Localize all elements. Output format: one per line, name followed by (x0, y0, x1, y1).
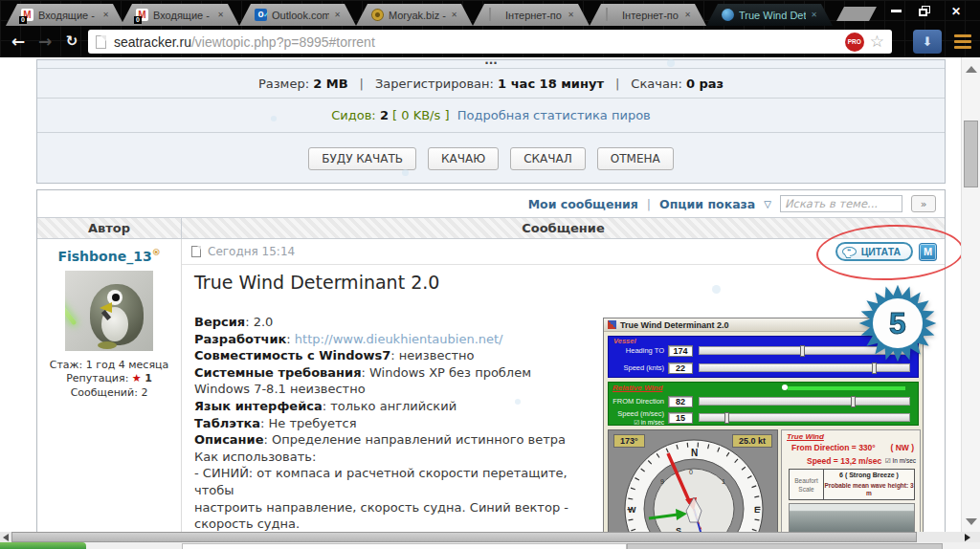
from-direction-slider (699, 397, 910, 406)
will-download-button[interactable]: БУДУ КАЧАТЬ (308, 147, 416, 170)
body-line: Совместимость с Windows7: неизвестно (194, 347, 606, 364)
compass-panel: 173° 25.0 kt N E W S 0 1 3 9 (608, 429, 778, 534)
horizontal-scrollbar[interactable] (0, 532, 980, 542)
scroll-left-arrow[interactable] (3, 534, 9, 541)
new-tab-button[interactable] (836, 7, 877, 21)
clipped-text-row: ... (37, 60, 945, 68)
address-bar[interactable]: seatracker.ru/viewtopic.php?p=8995#torre… (88, 30, 892, 54)
search-go-button[interactable]: » (911, 195, 936, 212)
tab-label: Outlook.com (272, 10, 329, 21)
tab-close-icon[interactable]: ✕ (451, 11, 457, 19)
horizontal-scroll-thumb[interactable] (11, 532, 917, 542)
rating-star-badge: 5 (858, 278, 938, 368)
gmail-icon: M0 (136, 9, 148, 21)
svg-text:E: E (754, 505, 760, 515)
unread-badge: 0 (19, 16, 27, 24)
my-messages-link[interactable]: Мои сообщения (528, 197, 638, 211)
tab-gmail-2[interactable]: M0 Входящие - ✕ (121, 4, 239, 26)
scroll-right-arrow[interactable] (965, 534, 970, 541)
tab-close-icon[interactable]: ✕ (811, 11, 817, 19)
tab-internet-2[interactable]: Інтернет-по ✕ (590, 4, 706, 26)
bookmark-star-icon[interactable]: ☆ (870, 32, 884, 52)
wave-height-text: Probable mean wave height: 3 m (824, 478, 914, 497)
start-button[interactable] (0, 542, 86, 549)
minimize-icon (891, 10, 902, 12)
unread-badge: 0 (134, 16, 142, 24)
browser-menu-button[interactable] (949, 30, 976, 54)
post-date: Сегодня 15:14 (208, 245, 295, 258)
relative-wind-panel: Relative Wind FROM Direction 82 Speed (m… (608, 382, 919, 426)
avatar (65, 271, 153, 351)
tab-close-icon[interactable]: ✕ (217, 11, 224, 19)
heading-value: 174 (668, 345, 693, 357)
tab-moryak[interactable]: Moryak.biz - ✕ (356, 4, 473, 26)
svg-text:N: N (691, 448, 698, 458)
body-line: Системные требования: Windows XP без про… (194, 364, 606, 382)
stat-line: Сообщений: 2 (37, 386, 181, 401)
peer-stats-link[interactable]: Подробная статистика пиров (457, 108, 651, 122)
tab-close-icon[interactable]: ✕ (568, 11, 574, 19)
chevron-down-icon[interactable]: ▽ (764, 199, 771, 209)
downloaded-label: Скачан: (631, 77, 681, 91)
tab-gmail-1[interactable]: M0 Входящие - ✕ (6, 4, 124, 26)
downloading-button[interactable]: КАЧАЮ (428, 147, 499, 170)
tab-close-icon[interactable]: ✕ (102, 11, 109, 19)
relative-wind-title: Relative Wind (612, 384, 662, 392)
speed-badge: 25.0 kt (732, 434, 772, 448)
beaufort-scale-label: Beaufort Scale (790, 470, 824, 499)
download-extension-button[interactable]: ⬇ (913, 30, 942, 54)
tab-label: True Wind Det (739, 10, 806, 21)
developer-link[interactable]: http://www.dieukhientaubien.net/ (295, 332, 503, 346)
display-options-link[interactable]: Опции показа (659, 197, 755, 211)
post-title: True Wind Determinant 2.0 (194, 272, 439, 293)
forward-button[interactable]: → (33, 29, 57, 54)
tab-label: Інтернет-по (505, 10, 562, 21)
speed-value: 22 (668, 362, 693, 374)
taskbar-item[interactable] (627, 543, 943, 549)
tab-true-wind-active[interactable]: True Wind Det ✕ (706, 4, 833, 26)
tab-outlook[interactable]: o Outlook.com ✕ (239, 4, 356, 26)
tab-internet-1[interactable]: Інтернет-по ✕ (473, 4, 590, 26)
post-icon (191, 246, 201, 257)
sea-photo (789, 503, 915, 534)
restore-button[interactable] (911, 3, 938, 19)
minimize-button[interactable] (882, 3, 909, 19)
cancel-button[interactable]: ОТМЕНА (597, 147, 674, 170)
body-line: Версия: 2.0 (194, 314, 606, 331)
topic-controls: Мои сообщения | Опции показа ▽ » (37, 190, 945, 217)
body-line: Windows 7-8.1 неизвестно (194, 381, 606, 398)
taskbar-item[interactable] (182, 543, 627, 549)
author-username[interactable]: Fishbone_13® (37, 248, 181, 264)
vertical-scroll-thumb[interactable] (964, 121, 978, 187)
tab-label: Інтернет-по (622, 10, 679, 21)
downloaded-button[interactable]: СКАЧАЛ (510, 147, 586, 170)
close-window-button[interactable]: ✕ (940, 3, 972, 19)
seeds-row: Сидов: 2 [ 0 KB/s ] Подробная статистика… (37, 98, 945, 132)
rating-value: 5 (889, 306, 906, 340)
scroll-down-arrow[interactable] (966, 518, 977, 525)
tab-close-icon[interactable]: ✕ (334, 11, 341, 19)
ship-wheel-icon (371, 9, 384, 21)
refresh-button[interactable]: ↻ (59, 29, 84, 54)
seeds-speed: [ 0 KB/s ] (392, 108, 449, 122)
scroll-up-arrow[interactable] (966, 66, 977, 73)
table-header: Автор Сообщение (37, 217, 945, 239)
back-button[interactable]: ← (6, 29, 31, 54)
wind-speed-value: 15 (668, 412, 693, 424)
body-line: Разработчик: http://www.dieukhientaubien… (194, 331, 606, 348)
page-security-icon (96, 35, 106, 49)
body-line: Описание: Определение направлений истинн… (194, 431, 606, 449)
tab-close-icon[interactable]: ✕ (684, 11, 691, 19)
body-line: Как использовать: (194, 449, 606, 466)
torrent-size-row: Размер: 2 MB | Зарегистрирован: 1 час 18… (37, 68, 945, 98)
search-in-topic-input[interactable] (780, 195, 902, 212)
restore-icon (919, 9, 927, 16)
pro-extension-badge[interactable]: PRO (845, 33, 864, 52)
true-wind-speed: Speed = 13,2 m/sec (807, 456, 881, 466)
body-line: скорость судна. (194, 516, 606, 532)
vertical-scrollbar[interactable] (961, 57, 980, 532)
browser-chrome: M0 Входящие - ✕ M0 Входящие - ✕ o Outloo… (0, 0, 980, 57)
from-direction-value: 82 (668, 396, 693, 407)
body-line: - СИНИЙ: от компаса и расчетной скорости… (194, 465, 606, 498)
svg-text:0: 0 (689, 469, 693, 475)
